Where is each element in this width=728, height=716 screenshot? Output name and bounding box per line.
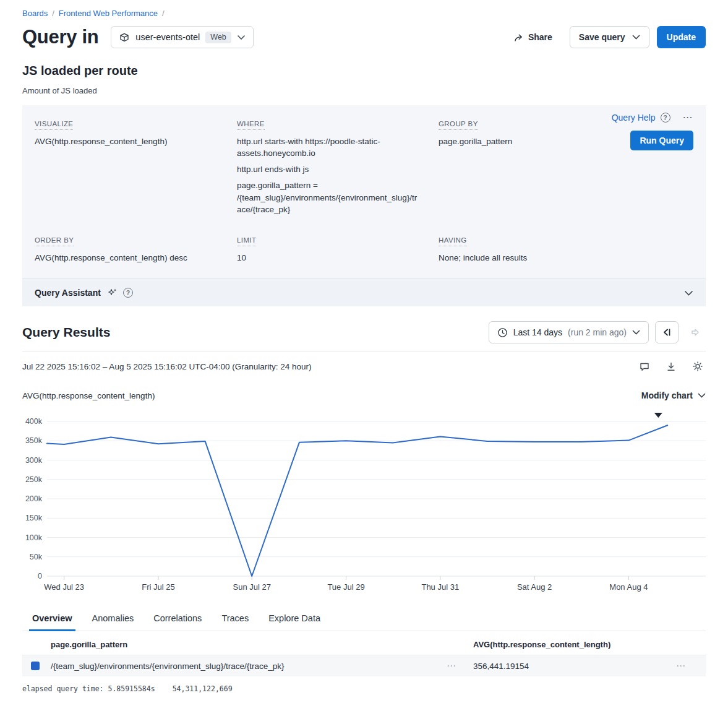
chevron-down-icon bbox=[237, 35, 246, 40]
y-axis-tick-label: 400k bbox=[25, 417, 43, 426]
limit-label: LIMIT bbox=[237, 236, 256, 246]
run-query-button[interactable]: Run Query bbox=[630, 131, 693, 150]
query-description: Amount of JS loaded bbox=[22, 86, 706, 95]
query-help-link[interactable]: Query Help bbox=[612, 113, 656, 123]
y-axis-tick-label: 300k bbox=[25, 456, 43, 465]
share-button[interactable]: Share bbox=[514, 32, 552, 42]
query-name: JS loaded per route bbox=[22, 64, 706, 78]
tab-explore-data[interactable]: Explore Data bbox=[268, 610, 320, 631]
x-axis-tick-label: Tue Jul 29 bbox=[327, 582, 364, 592]
chevron-down-icon bbox=[698, 393, 706, 398]
y-axis-tick-label: 250k bbox=[25, 475, 43, 484]
modify-chart-button[interactable]: Modify chart bbox=[641, 390, 706, 400]
clause-value[interactable]: http.url ends-with js bbox=[237, 163, 420, 175]
query-assistant-label: Query Assistant bbox=[35, 288, 101, 298]
where-label: WHERE bbox=[237, 120, 265, 130]
table-row[interactable]: /{team_slug}/environments/{environment_s… bbox=[22, 655, 706, 676]
results-tabs: OverviewAnomaliesCorrelationsTracesExplo… bbox=[22, 610, 706, 631]
settings-gear-icon[interactable] bbox=[692, 361, 703, 372]
where-section[interactable]: WHERE http.url starts-with https://poodl… bbox=[237, 118, 439, 215]
time-range-note: (run 2 min ago) bbox=[568, 327, 627, 337]
row-menu-icon[interactable]: ⋯ bbox=[676, 660, 686, 671]
page-title: Query in bbox=[22, 26, 98, 48]
row-menu-icon[interactable]: ⋯ bbox=[447, 660, 473, 671]
group-by-label: GROUP BY bbox=[439, 120, 478, 130]
table-header-row: page.gorilla_pattern AVG(http.response_c… bbox=[22, 640, 706, 655]
chevron-down-icon bbox=[632, 35, 640, 40]
tab-correlations[interactable]: Correlations bbox=[153, 610, 202, 631]
y-axis-tick-label: 150k bbox=[25, 514, 43, 522]
next-query-button[interactable] bbox=[685, 321, 706, 343]
previous-query-button[interactable] bbox=[655, 321, 679, 343]
visualize-section[interactable]: VISUALIZE AVG(http.response_content_leng… bbox=[35, 118, 237, 215]
dataset-name: user-events-otel bbox=[135, 32, 200, 42]
clause-value[interactable]: page.gorilla_pattern = /{team_slug}/envi… bbox=[237, 179, 420, 215]
results-divider bbox=[22, 351, 706, 352]
clause-value[interactable]: http.url starts-with https://poodle-stat… bbox=[237, 136, 420, 159]
chart-series-label: AVG(http.response_content_length) bbox=[22, 391, 155, 400]
clause-value[interactable]: 10 bbox=[237, 252, 420, 264]
results-title: Query Results bbox=[22, 325, 110, 340]
time-range-row: Jul 22 2025 15:16:02 – Aug 5 2025 15:16:… bbox=[22, 361, 706, 372]
save-query-button[interactable]: Save query bbox=[570, 26, 649, 48]
more-options-icon[interactable]: ⋯ bbox=[683, 114, 694, 121]
share-label: Share bbox=[528, 32, 552, 42]
dataset-env-badge: Web bbox=[205, 32, 231, 43]
query-results-header: Query Results Last 14 days (run 2 min ag… bbox=[22, 321, 706, 343]
query-builder-panel: VISUALIZE AVG(http.response_content_leng… bbox=[22, 105, 706, 278]
elapsed-time-text: elapsed query time: 5.85915584s bbox=[22, 684, 155, 693]
sparkle-icon bbox=[107, 288, 118, 298]
y-axis-tick-label: 200k bbox=[25, 494, 43, 503]
having-label: HAVING bbox=[439, 236, 467, 246]
share-icon bbox=[514, 33, 524, 42]
clause-value[interactable]: AVG(http.response_content_length) desc bbox=[35, 252, 218, 264]
breadcrumb-link-boards[interactable]: Boards bbox=[22, 9, 48, 18]
y-axis-tick-label: 350k bbox=[25, 436, 43, 445]
chevron-down-icon bbox=[632, 330, 640, 335]
time-range-text: Jul 22 2025 15:16:02 – Aug 5 2025 15:16:… bbox=[22, 362, 312, 371]
comment-icon[interactable] bbox=[639, 361, 650, 372]
x-axis-tick-label: Thu Jul 31 bbox=[421, 582, 459, 592]
tab-traces[interactable]: Traces bbox=[221, 610, 249, 631]
x-axis-tick-label: Sat Aug 2 bbox=[517, 582, 552, 592]
y-axis-tick-label: 100k bbox=[25, 533, 43, 542]
breadcrumb-separator: / bbox=[162, 9, 165, 18]
tab-overview[interactable]: Overview bbox=[32, 610, 72, 631]
time-range-selector[interactable]: Last 14 days (run 2 min ago) bbox=[489, 321, 649, 343]
visualize-label: VISUALIZE bbox=[35, 120, 73, 130]
results-table: page.gorilla_pattern AVG(http.response_c… bbox=[22, 640, 706, 676]
x-axis-tick-label: Mon Aug 4 bbox=[609, 582, 648, 592]
having-section[interactable]: HAVING None; include all results bbox=[439, 234, 693, 264]
dataset-selector[interactable]: user-events-otel Web bbox=[111, 26, 253, 48]
series-line[interactable] bbox=[47, 425, 667, 576]
y-axis-tick-label: 50k bbox=[30, 553, 43, 561]
download-icon[interactable] bbox=[666, 361, 677, 372]
breadcrumb: Boards / Frontend Web Performance / bbox=[22, 0, 706, 18]
column-header-avg[interactable]: AVG(http.response_content_length) bbox=[473, 640, 706, 649]
x-axis-tick-label: Fri Jul 25 bbox=[142, 582, 174, 592]
breadcrumb-link-board[interactable]: Frontend Web Performance bbox=[59, 9, 158, 18]
series-color-swatch bbox=[31, 662, 40, 670]
update-button[interactable]: Update bbox=[657, 26, 706, 48]
assistant-expand-chevron-icon[interactable] bbox=[684, 290, 693, 296]
clause-value[interactable]: AVG(http.response_content_length) bbox=[35, 136, 218, 147]
avg-value: 356,441.19154 bbox=[473, 662, 529, 671]
query-header: Query in user-events-otel Web bbox=[22, 26, 706, 48]
help-circle-icon[interactable]: ? bbox=[661, 113, 670, 123]
time-range-value: Last 14 days bbox=[513, 327, 562, 337]
assistant-help-icon[interactable]: ? bbox=[123, 288, 133, 298]
column-header-pattern[interactable]: page.gorilla_pattern bbox=[51, 640, 447, 649]
x-axis-tick-label: Wed Jul 23 bbox=[44, 582, 84, 592]
clause-value[interactable]: None; include all results bbox=[439, 252, 675, 264]
scanned-events-count: 54,311,122,669 bbox=[173, 684, 233, 693]
x-axis-tick-label: Sun Jul 27 bbox=[233, 582, 270, 592]
line-chart[interactable]: 050k100k150k200k250k300k350k400kWed Jul … bbox=[22, 405, 706, 592]
y-axis-tick-label: 0 bbox=[38, 572, 42, 580]
limit-section[interactable]: LIMIT 10 bbox=[237, 234, 439, 264]
query-assistant-bar[interactable]: Query Assistant ? bbox=[22, 278, 706, 306]
save-query-label: Save query bbox=[579, 32, 625, 42]
annotation-marker-icon[interactable] bbox=[654, 413, 662, 418]
tab-anomalies[interactable]: Anomalies bbox=[92, 610, 134, 631]
clock-icon bbox=[497, 327, 508, 338]
order-by-section[interactable]: ORDER BY AVG(http.response_content_lengt… bbox=[35, 234, 237, 264]
